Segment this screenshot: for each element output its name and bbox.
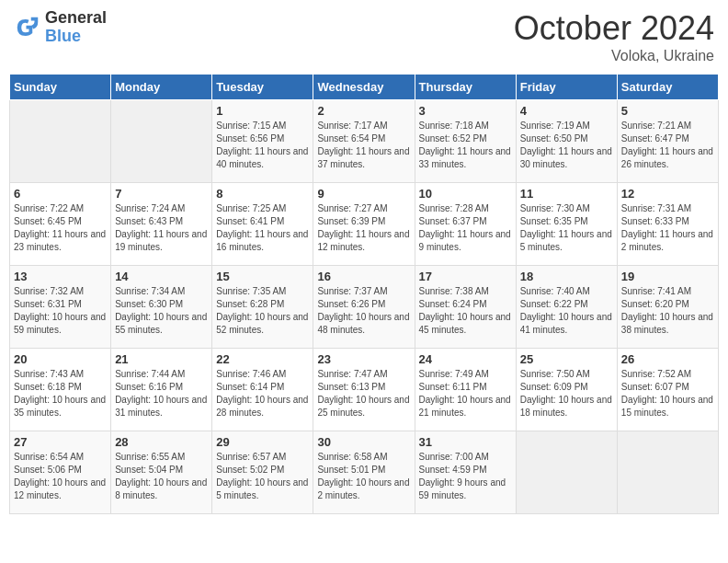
day-number: 24	[419, 352, 512, 366]
calendar-cell: 23Sunrise: 7:47 AM Sunset: 6:13 PM Dayli…	[313, 349, 415, 431]
weekday-header: Monday	[111, 75, 212, 100]
day-number: 14	[115, 270, 208, 283]
calendar-cell: 6Sunrise: 7:22 AM Sunset: 6:45 PM Daylig…	[10, 183, 111, 266]
calendar-cell: 29Sunrise: 6:57 AM Sunset: 5:02 PM Dayli…	[212, 431, 313, 514]
day-number: 27	[14, 435, 107, 449]
weekday-header: Friday	[516, 75, 617, 100]
day-number: 7	[115, 187, 208, 201]
weekday-header: Thursday	[415, 75, 516, 100]
day-number: 11	[520, 187, 613, 201]
day-detail: Sunrise: 7:35 AM Sunset: 6:28 PM Dayligh…	[216, 285, 309, 337]
day-number: 12	[621, 187, 714, 201]
weekday-header: Saturday	[617, 75, 718, 100]
day-number: 13	[14, 270, 107, 283]
day-detail: Sunrise: 6:58 AM Sunset: 5:01 PM Dayligh…	[317, 451, 410, 502]
day-detail: Sunrise: 7:31 AM Sunset: 6:33 PM Dayligh…	[621, 202, 714, 254]
day-detail: Sunrise: 7:44 AM Sunset: 6:16 PM Dayligh…	[115, 368, 208, 419]
day-number: 18	[520, 270, 613, 283]
calendar-cell: 26Sunrise: 7:52 AM Sunset: 6:07 PM Dayli…	[617, 349, 718, 431]
day-number: 8	[216, 187, 309, 201]
day-detail: Sunrise: 7:38 AM Sunset: 6:24 PM Dayligh…	[419, 285, 512, 337]
weekday-header: Tuesday	[212, 75, 313, 100]
calendar-cell: 8Sunrise: 7:25 AM Sunset: 6:41 PM Daylig…	[212, 183, 313, 266]
weekday-header: Sunday	[10, 75, 111, 100]
day-detail: Sunrise: 7:00 AM Sunset: 4:59 PM Dayligh…	[419, 451, 512, 502]
day-number: 28	[115, 435, 208, 449]
day-number: 20	[14, 352, 107, 366]
calendar-cell: 16Sunrise: 7:37 AM Sunset: 6:26 PM Dayli…	[313, 266, 415, 349]
day-detail: Sunrise: 7:40 AM Sunset: 6:22 PM Dayligh…	[520, 285, 613, 337]
calendar-cell	[516, 431, 617, 514]
day-number: 5	[621, 104, 714, 118]
day-detail: Sunrise: 7:24 AM Sunset: 6:43 PM Dayligh…	[115, 202, 208, 254]
calendar-cell: 30Sunrise: 6:58 AM Sunset: 5:01 PM Dayli…	[313, 431, 415, 514]
day-number: 17	[419, 270, 512, 283]
day-detail: Sunrise: 7:17 AM Sunset: 6:54 PM Dayligh…	[317, 120, 410, 171]
day-detail: Sunrise: 7:27 AM Sunset: 6:39 PM Dayligh…	[317, 202, 410, 254]
logo-blue: Blue	[45, 28, 107, 46]
day-number: 23	[317, 352, 410, 366]
calendar-cell: 12Sunrise: 7:31 AM Sunset: 6:33 PM Dayli…	[617, 183, 718, 266]
day-detail: Sunrise: 7:30 AM Sunset: 6:35 PM Dayligh…	[520, 202, 613, 254]
day-detail: Sunrise: 7:15 AM Sunset: 6:56 PM Dayligh…	[216, 120, 309, 171]
day-number: 4	[520, 104, 613, 118]
day-number: 16	[317, 270, 410, 283]
day-number: 6	[14, 187, 107, 201]
day-detail: Sunrise: 7:34 AM Sunset: 6:30 PM Dayligh…	[115, 285, 208, 337]
day-number: 30	[317, 435, 410, 449]
day-detail: Sunrise: 7:52 AM Sunset: 6:07 PM Dayligh…	[621, 368, 714, 419]
calendar-cell: 22Sunrise: 7:46 AM Sunset: 6:14 PM Dayli…	[212, 349, 313, 431]
calendar-cell: 10Sunrise: 7:28 AM Sunset: 6:37 PM Dayli…	[415, 183, 516, 266]
weekday-header-row: SundayMondayTuesdayWednesdayThursdayFrid…	[10, 75, 719, 100]
logo: General Blue	[14, 9, 107, 46]
day-number: 21	[115, 352, 208, 366]
weekday-header: Wednesday	[313, 75, 415, 100]
day-number: 22	[216, 352, 309, 366]
month-title: October 2024	[514, 9, 714, 48]
day-detail: Sunrise: 7:47 AM Sunset: 6:13 PM Dayligh…	[317, 368, 410, 419]
day-detail: Sunrise: 7:28 AM Sunset: 6:37 PM Dayligh…	[419, 202, 512, 254]
page-header: General Blue October 2024 Voloka, Ukrain…	[9, 9, 719, 64]
day-detail: Sunrise: 7:19 AM Sunset: 6:50 PM Dayligh…	[520, 120, 613, 171]
calendar-cell: 14Sunrise: 7:34 AM Sunset: 6:30 PM Dayli…	[111, 266, 212, 349]
calendar-cell: 28Sunrise: 6:55 AM Sunset: 5:04 PM Dayli…	[111, 431, 212, 514]
day-detail: Sunrise: 7:25 AM Sunset: 6:41 PM Dayligh…	[216, 202, 309, 254]
day-detail: Sunrise: 7:49 AM Sunset: 6:11 PM Dayligh…	[419, 368, 512, 419]
calendar-cell: 25Sunrise: 7:50 AM Sunset: 6:09 PM Dayli…	[516, 349, 617, 431]
day-number: 29	[216, 435, 309, 449]
calendar-cell: 1Sunrise: 7:15 AM Sunset: 6:56 PM Daylig…	[212, 100, 313, 183]
day-detail: Sunrise: 6:57 AM Sunset: 5:02 PM Dayligh…	[216, 451, 309, 502]
day-detail: Sunrise: 7:41 AM Sunset: 6:20 PM Dayligh…	[621, 285, 714, 337]
calendar-cell: 3Sunrise: 7:18 AM Sunset: 6:52 PM Daylig…	[415, 100, 516, 183]
calendar-cell: 4Sunrise: 7:19 AM Sunset: 6:50 PM Daylig…	[516, 100, 617, 183]
location: Voloka, Ukraine	[514, 48, 714, 64]
day-number: 31	[419, 435, 512, 449]
title-block: October 2024 Voloka, Ukraine	[514, 9, 714, 64]
calendar-cell: 11Sunrise: 7:30 AM Sunset: 6:35 PM Dayli…	[516, 183, 617, 266]
calendar-cell: 13Sunrise: 7:32 AM Sunset: 6:31 PM Dayli…	[10, 266, 111, 349]
calendar-cell: 19Sunrise: 7:41 AM Sunset: 6:20 PM Dayli…	[617, 266, 718, 349]
day-detail: Sunrise: 7:32 AM Sunset: 6:31 PM Dayligh…	[14, 285, 107, 337]
calendar-cell	[111, 100, 212, 183]
logo-icon	[14, 14, 41, 41]
day-number: 15	[216, 270, 309, 283]
calendar-cell: 21Sunrise: 7:44 AM Sunset: 6:16 PM Dayli…	[111, 349, 212, 431]
calendar-week-row: 6Sunrise: 7:22 AM Sunset: 6:45 PM Daylig…	[10, 183, 719, 266]
calendar-cell: 31Sunrise: 7:00 AM Sunset: 4:59 PM Dayli…	[415, 431, 516, 514]
calendar-cell	[10, 100, 111, 183]
calendar-cell: 24Sunrise: 7:49 AM Sunset: 6:11 PM Dayli…	[415, 349, 516, 431]
day-number: 25	[520, 352, 613, 366]
calendar-cell: 9Sunrise: 7:27 AM Sunset: 6:39 PM Daylig…	[313, 183, 415, 266]
calendar-cell: 27Sunrise: 6:54 AM Sunset: 5:06 PM Dayli…	[10, 431, 111, 514]
day-number: 19	[621, 270, 714, 283]
logo-text: General Blue	[45, 9, 107, 46]
day-number: 9	[317, 187, 410, 201]
calendar-cell: 18Sunrise: 7:40 AM Sunset: 6:22 PM Dayli…	[516, 266, 617, 349]
day-number: 26	[621, 352, 714, 366]
calendar-cell: 7Sunrise: 7:24 AM Sunset: 6:43 PM Daylig…	[111, 183, 212, 266]
day-number: 2	[317, 104, 410, 118]
logo-general: General	[45, 9, 107, 28]
calendar-week-row: 13Sunrise: 7:32 AM Sunset: 6:31 PM Dayli…	[10, 266, 719, 349]
day-number: 3	[419, 104, 512, 118]
day-detail: Sunrise: 7:37 AM Sunset: 6:26 PM Dayligh…	[317, 285, 410, 337]
